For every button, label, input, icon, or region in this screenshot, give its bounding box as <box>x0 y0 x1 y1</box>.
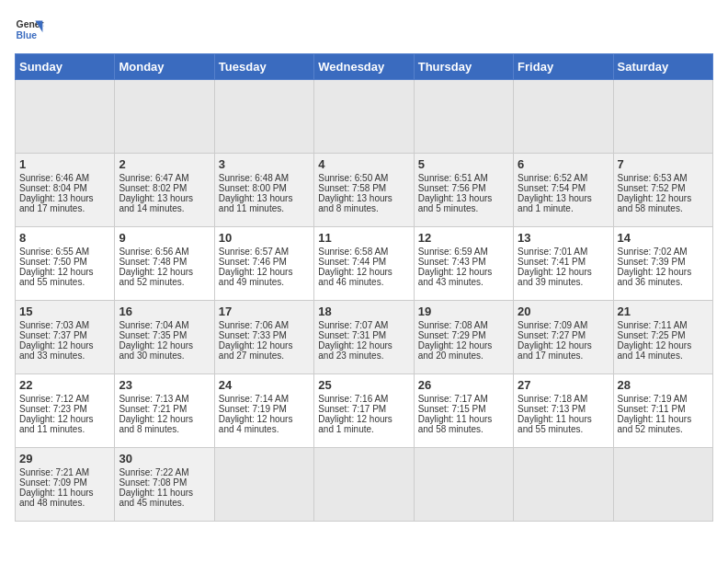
day-number: 25 <box>318 378 409 392</box>
day-number: 15 <box>19 304 110 318</box>
calendar-cell: 20Sunrise: 7:09 AMSunset: 7:27 PMDayligh… <box>514 301 613 374</box>
day-info: Daylight: 12 hours and 11 minutes. <box>19 414 110 434</box>
calendar-cell: 5Sunrise: 6:51 AMSunset: 7:56 PMDaylight… <box>414 154 513 227</box>
day-number: 29 <box>19 452 110 465</box>
day-info: Sunrise: 7:16 AM <box>318 394 409 404</box>
day-info: Daylight: 12 hours and 46 minutes. <box>318 267 409 287</box>
logo-icon: General Blue <box>15 15 44 44</box>
day-number: 27 <box>518 378 609 392</box>
day-info: Sunset: 7:13 PM <box>518 404 609 414</box>
column-header-wednesday: Wednesday <box>314 54 414 80</box>
calendar-cell: 19Sunrise: 7:08 AMSunset: 7:29 PMDayligh… <box>414 301 513 374</box>
day-info: Sunrise: 7:19 AM <box>618 394 709 404</box>
day-number: 6 <box>518 157 609 171</box>
calendar-cell <box>214 448 313 522</box>
day-info: Sunrise: 6:47 AM <box>119 173 210 183</box>
day-number: 10 <box>219 231 310 245</box>
day-info: Sunrise: 7:07 AM <box>318 320 409 330</box>
day-info: Sunrise: 7:08 AM <box>418 320 509 330</box>
day-info: Daylight: 11 hours and 45 minutes. <box>119 488 210 508</box>
day-info: Daylight: 11 hours and 58 minutes. <box>418 414 509 434</box>
calendar-cell: 10Sunrise: 6:57 AMSunset: 7:46 PMDayligh… <box>214 227 313 301</box>
day-info: Sunset: 7:33 PM <box>219 330 310 340</box>
calendar-cell: 26Sunrise: 7:17 AMSunset: 7:15 PMDayligh… <box>414 374 513 448</box>
day-info: Daylight: 13 hours and 11 minutes. <box>219 193 310 213</box>
calendar-cell: 7Sunrise: 6:53 AMSunset: 7:52 PMDaylight… <box>613 154 712 227</box>
day-info: Sunset: 7:21 PM <box>119 404 210 414</box>
day-info: Daylight: 12 hours and 1 minute. <box>318 414 409 434</box>
day-info: Sunrise: 7:06 AM <box>219 320 310 330</box>
calendar-cell <box>115 80 214 154</box>
day-info: Sunset: 7:48 PM <box>119 257 210 267</box>
day-info: Sunset: 7:08 PM <box>119 477 210 488</box>
column-header-friday: Friday <box>514 54 613 80</box>
calendar-week-1: 1Sunrise: 6:46 AMSunset: 8:04 PMDaylight… <box>16 154 713 227</box>
logo: General Blue <box>15 15 44 44</box>
day-number: 18 <box>318 304 409 318</box>
calendar-cell <box>314 448 414 522</box>
day-number: 16 <box>119 304 210 318</box>
day-info: Sunrise: 7:22 AM <box>119 467 210 477</box>
calendar-cell: 28Sunrise: 7:19 AMSunset: 7:11 PMDayligh… <box>613 374 712 448</box>
day-number: 13 <box>518 231 609 245</box>
calendar-cell: 14Sunrise: 7:02 AMSunset: 7:39 PMDayligh… <box>613 227 712 301</box>
calendar-cell: 13Sunrise: 7:01 AMSunset: 7:41 PMDayligh… <box>514 227 613 301</box>
day-number: 26 <box>418 378 509 392</box>
calendar-cell: 30Sunrise: 7:22 AMSunset: 7:08 PMDayligh… <box>115 448 214 522</box>
day-info: Sunrise: 6:55 AM <box>19 247 110 257</box>
day-number: 20 <box>518 304 609 318</box>
calendar-week-5: 29Sunrise: 7:21 AMSunset: 7:09 PMDayligh… <box>16 448 713 522</box>
day-info: Daylight: 13 hours and 14 minutes. <box>119 193 210 213</box>
day-info: Sunset: 7:58 PM <box>318 183 409 193</box>
day-info: Sunset: 8:00 PM <box>219 183 310 193</box>
day-info: Daylight: 12 hours and 58 minutes. <box>618 193 709 213</box>
calendar-cell <box>613 80 712 154</box>
calendar-week-0 <box>16 80 713 154</box>
day-info: Sunset: 7:52 PM <box>618 183 709 193</box>
day-info: Sunrise: 6:59 AM <box>418 247 509 257</box>
column-header-monday: Monday <box>115 54 214 80</box>
day-number: 2 <box>119 157 210 171</box>
calendar-cell <box>214 80 313 154</box>
day-info: Sunset: 7:37 PM <box>19 330 110 340</box>
day-number: 5 <box>418 157 509 171</box>
day-info: Sunrise: 7:11 AM <box>618 320 709 330</box>
day-info: Daylight: 11 hours and 55 minutes. <box>518 414 609 434</box>
calendar-cell: 17Sunrise: 7:06 AMSunset: 7:33 PMDayligh… <box>214 301 313 374</box>
day-info: Sunset: 7:23 PM <box>19 404 110 414</box>
day-number: 11 <box>318 231 409 245</box>
calendar-cell: 2Sunrise: 6:47 AMSunset: 8:02 PMDaylight… <box>115 154 214 227</box>
day-info: Daylight: 13 hours and 17 minutes. <box>19 193 110 213</box>
day-info: Sunrise: 7:14 AM <box>219 394 310 404</box>
day-info: Sunrise: 7:04 AM <box>119 320 210 330</box>
day-info: Daylight: 12 hours and 17 minutes. <box>518 340 609 361</box>
calendar-cell <box>514 80 613 154</box>
day-info: Daylight: 12 hours and 33 minutes. <box>19 340 110 361</box>
column-header-saturday: Saturday <box>613 54 712 80</box>
day-info: Daylight: 12 hours and 52 minutes. <box>119 267 210 287</box>
day-info: Sunset: 7:31 PM <box>318 330 409 340</box>
day-info: Sunset: 7:46 PM <box>219 257 310 267</box>
calendar-cell: 4Sunrise: 6:50 AMSunset: 7:58 PMDaylight… <box>314 154 414 227</box>
calendar-cell: 11Sunrise: 6:58 AMSunset: 7:44 PMDayligh… <box>314 227 414 301</box>
day-number: 28 <box>618 378 709 392</box>
day-info: Sunset: 8:02 PM <box>119 183 210 193</box>
calendar-cell <box>613 448 712 522</box>
calendar-cell: 8Sunrise: 6:55 AMSunset: 7:50 PMDaylight… <box>16 227 115 301</box>
day-info: Daylight: 13 hours and 5 minutes. <box>418 193 509 213</box>
page-header: General Blue <box>15 15 713 44</box>
day-info: Daylight: 12 hours and 55 minutes. <box>19 267 110 287</box>
calendar-cell: 21Sunrise: 7:11 AMSunset: 7:25 PMDayligh… <box>613 301 712 374</box>
day-info: Sunset: 7:39 PM <box>618 257 709 267</box>
day-info: Sunset: 7:50 PM <box>19 257 110 267</box>
day-info: Sunset: 7:09 PM <box>19 477 110 488</box>
day-number: 23 <box>119 378 210 392</box>
day-info: Sunrise: 6:46 AM <box>19 173 110 183</box>
day-info: Daylight: 12 hours and 14 minutes. <box>618 340 709 361</box>
calendar-week-2: 8Sunrise: 6:55 AMSunset: 7:50 PMDaylight… <box>16 227 713 301</box>
day-info: Sunset: 7:41 PM <box>518 257 609 267</box>
day-info: Sunrise: 7:17 AM <box>418 394 509 404</box>
day-info: Daylight: 12 hours and 8 minutes. <box>119 414 210 434</box>
calendar-cell: 6Sunrise: 6:52 AMSunset: 7:54 PMDaylight… <box>514 154 613 227</box>
day-info: Sunrise: 6:56 AM <box>119 247 210 257</box>
